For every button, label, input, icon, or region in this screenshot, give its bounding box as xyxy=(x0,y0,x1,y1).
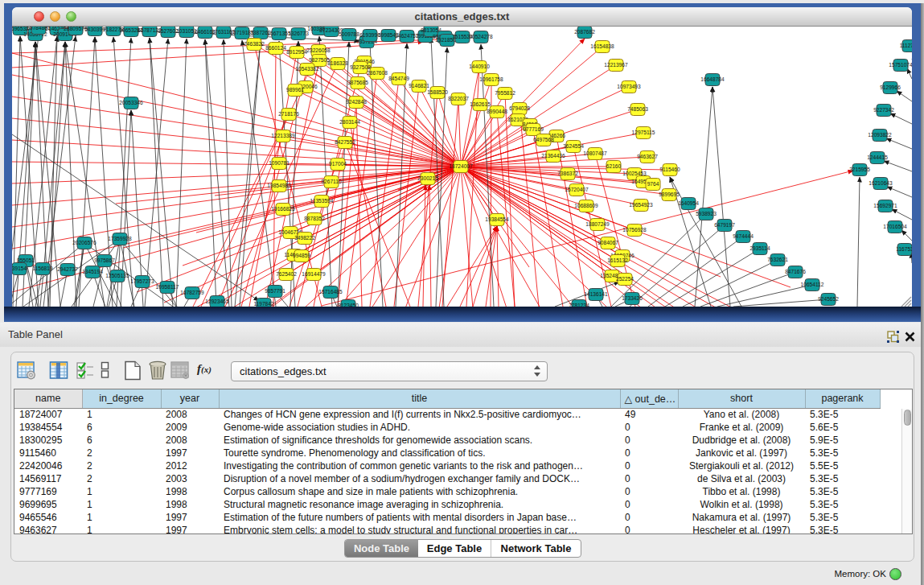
svg-text:3624554: 3624554 xyxy=(563,143,584,149)
svg-text:9327508: 9327508 xyxy=(350,64,371,70)
svg-text:23226058: 23226058 xyxy=(306,47,331,53)
svg-text:7485063: 7485063 xyxy=(627,106,648,112)
svg-text:2300215: 2300215 xyxy=(417,175,438,181)
svg-text:8990448: 8990448 xyxy=(487,109,507,114)
svg-text:19854983: 19854983 xyxy=(267,183,291,188)
svg-text:19654923: 19654923 xyxy=(629,202,653,208)
svg-text:9857791: 9857791 xyxy=(265,288,285,294)
svg-text:20206576: 20206576 xyxy=(72,240,97,245)
svg-text:1615132: 1615132 xyxy=(607,257,628,263)
svg-text:2803144: 2803144 xyxy=(339,119,360,125)
svg-text:994859: 994859 xyxy=(293,253,310,258)
svg-text:2935114: 2935114 xyxy=(749,245,770,251)
svg-text:8267110: 8267110 xyxy=(321,179,342,184)
svg-text:17359928: 17359928 xyxy=(108,236,132,241)
svg-text:9129966: 9129966 xyxy=(880,84,901,90)
svg-text:10973493: 10973493 xyxy=(617,84,641,89)
svg-text:18807249: 18807249 xyxy=(585,221,610,227)
svg-text:10958117: 10958117 xyxy=(156,284,179,290)
svg-text:1362615: 1362615 xyxy=(470,101,491,107)
svg-text:10654112: 10654112 xyxy=(801,282,824,287)
svg-text:2718176: 2718176 xyxy=(278,111,299,117)
svg-text:20053346: 20053346 xyxy=(119,100,143,105)
svg-text:7955812: 7955812 xyxy=(495,90,515,96)
svg-text:16914479: 16914479 xyxy=(302,271,326,277)
svg-text:7386372: 7386372 xyxy=(557,171,578,176)
svg-text:1733426: 1733426 xyxy=(622,295,643,301)
svg-text:10807487: 10807487 xyxy=(583,150,607,156)
svg-text:12213389: 12213389 xyxy=(271,133,295,138)
svg-text:14136141: 14136141 xyxy=(584,291,608,297)
svg-text:19166825: 19166825 xyxy=(271,206,295,212)
svg-text:9227342: 9227342 xyxy=(873,107,894,113)
svg-text:5009788: 5009788 xyxy=(339,31,359,37)
svg-text:9245652: 9245652 xyxy=(818,296,839,302)
svg-text:10688609: 10688609 xyxy=(574,203,598,208)
svg-text:8878352: 8878352 xyxy=(304,216,325,221)
svg-text:9764: 9764 xyxy=(647,181,659,187)
svg-text:8454749: 8454749 xyxy=(388,76,409,81)
svg-text:917004: 917004 xyxy=(329,161,347,167)
svg-text:8660124: 8660124 xyxy=(265,45,286,51)
svg-text:7632621: 7632621 xyxy=(767,257,788,262)
svg-text:00524278: 00524278 xyxy=(469,34,493,39)
svg-text:12093822: 12093822 xyxy=(868,132,892,138)
svg-text:15716485: 15716485 xyxy=(318,289,343,295)
svg-text:5938923: 5938923 xyxy=(696,211,717,216)
svg-text:12505135: 12505135 xyxy=(105,273,129,278)
svg-text:10756928: 10756928 xyxy=(622,227,647,233)
svg-text:15751074: 15751074 xyxy=(889,62,912,68)
svg-text:3215955: 3215955 xyxy=(849,167,870,172)
svg-text:12923465: 12923465 xyxy=(205,299,229,304)
svg-text:1112733: 1112733 xyxy=(900,43,912,48)
svg-text:9463627: 9463627 xyxy=(637,154,658,159)
svg-text:16210643: 16210643 xyxy=(869,180,893,186)
svg-text:1090781: 1090781 xyxy=(269,160,290,166)
svg-text:11353594: 11353594 xyxy=(310,198,334,204)
svg-text:8427552: 8427552 xyxy=(335,139,355,145)
svg-text:1197842: 1197842 xyxy=(253,301,274,307)
svg-text:17016504: 17016504 xyxy=(883,224,907,229)
svg-text:15720407: 15720407 xyxy=(565,187,589,192)
svg-text:10961758: 10961758 xyxy=(479,76,503,82)
svg-text:6479197: 6479197 xyxy=(714,222,735,228)
svg-text:8322037: 8322037 xyxy=(448,96,469,101)
svg-text:9975867: 9975867 xyxy=(94,257,115,263)
svg-text:252254: 252254 xyxy=(616,276,634,282)
svg-text:9115460: 9115460 xyxy=(659,167,680,172)
svg-text:9084067: 9084067 xyxy=(598,240,618,245)
svg-text:8471676: 8471676 xyxy=(785,269,806,274)
svg-text:12213967: 12213967 xyxy=(604,62,628,68)
svg-text:62160: 62160 xyxy=(606,163,622,169)
svg-text:16648784: 16648784 xyxy=(700,76,725,82)
svg-text:21364436: 21364436 xyxy=(541,153,565,159)
svg-text:10543382: 10543382 xyxy=(295,66,319,72)
svg-text:7625402: 7625402 xyxy=(276,271,297,277)
svg-text:989961: 989961 xyxy=(286,87,304,93)
svg-text:2942737: 2942737 xyxy=(57,266,78,272)
svg-text:3875685: 3875685 xyxy=(347,80,368,85)
svg-text:2087682: 2087682 xyxy=(574,29,595,35)
svg-text:9242848: 9242848 xyxy=(346,99,367,105)
svg-text:1640954: 1640954 xyxy=(678,200,699,206)
svg-text:8186328: 8186328 xyxy=(327,60,348,66)
svg-text:3498222: 3498222 xyxy=(294,235,315,241)
svg-text:8123450: 8123450 xyxy=(338,303,359,307)
svg-text:6497568: 6497568 xyxy=(533,137,554,142)
svg-text:1156819: 1156819 xyxy=(32,266,53,271)
svg-text:9899695: 9899695 xyxy=(659,192,680,197)
svg-text:16782759: 16782759 xyxy=(180,290,204,295)
svg-text:18724007: 18724007 xyxy=(449,163,473,169)
svg-text:9777169: 9777169 xyxy=(523,126,544,132)
svg-text:8912954: 8912954 xyxy=(286,49,307,55)
svg-text:1326773: 1326773 xyxy=(288,31,309,36)
svg-text:19384554: 19384554 xyxy=(485,216,509,222)
svg-text:1588520: 1588520 xyxy=(427,89,448,95)
svg-text:15692971: 15692971 xyxy=(873,203,897,208)
svg-text:1345194: 1345194 xyxy=(82,269,103,274)
svg-text:6794028: 6794028 xyxy=(509,105,530,111)
svg-text:7463822: 7463822 xyxy=(244,41,265,47)
svg-text:9474444: 9474444 xyxy=(733,233,754,239)
svg-text:9146821: 9146821 xyxy=(409,83,429,89)
svg-text:116753: 116753 xyxy=(896,246,912,252)
